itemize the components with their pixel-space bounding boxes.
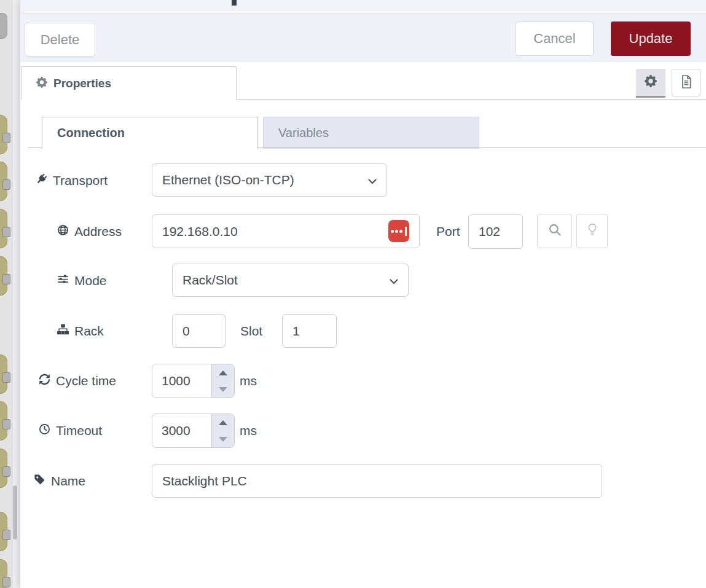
flow-node[interactable]	[0, 512, 7, 551]
sliders-icon	[57, 273, 69, 288]
tab-strip-line	[28, 147, 42, 148]
transport-selected-value: Ethernet (ISO-on-TCP)	[162, 173, 294, 187]
rack-input[interactable]	[172, 314, 226, 348]
spin-down-button[interactable]	[212, 431, 234, 447]
flow-node[interactable]	[0, 449, 7, 488]
gear-icon	[645, 75, 657, 90]
clipped-title-fragment	[232, 0, 237, 6]
timeout-label: Timeout	[39, 414, 102, 447]
spin-up-button[interactable]	[212, 414, 234, 431]
name-input[interactable]	[152, 464, 602, 498]
chevron-down-icon	[390, 273, 398, 288]
tray-toolbar: Delete Cancel Update	[20, 14, 706, 62]
screen: Delete Cancel Update Properties	[0, 0, 706, 588]
slot-label: Slot	[240, 314, 262, 348]
node-port	[2, 577, 10, 587]
cycle-time-spinner	[152, 364, 235, 398]
tab-strip-line	[258, 147, 706, 148]
sitemap-icon	[57, 324, 69, 339]
node-port	[2, 419, 10, 429]
cycle-time-label: Cycle time	[39, 364, 116, 398]
vertical-scrollbar[interactable]	[13, 485, 17, 539]
mode-select[interactable]: Rack/Slot	[172, 264, 409, 297]
delete-button[interactable]: Delete	[25, 23, 95, 57]
node-port	[2, 274, 10, 284]
node-port	[2, 179, 10, 190]
tab-properties[interactable]: Properties	[21, 66, 237, 100]
spinner-controls	[211, 414, 234, 447]
port-input[interactable]	[468, 214, 523, 249]
rack-label: Rack	[57, 314, 104, 348]
spin-up-button[interactable]	[212, 364, 234, 381]
flow-node[interactable]	[0, 355, 7, 394]
spinner-controls	[211, 364, 234, 398]
address-label: Address	[57, 214, 122, 248]
transport-select[interactable]: Ethernet (ISO-on-TCP)	[152, 163, 387, 197]
flow-node[interactable]	[0, 162, 7, 201]
tag-icon	[34, 474, 45, 488]
edit-properties-button[interactable]	[636, 69, 665, 98]
caret-down-icon	[219, 437, 227, 442]
flow-node[interactable]	[0, 256, 7, 296]
globe-icon	[57, 224, 69, 239]
caret-up-icon	[219, 370, 227, 375]
node-port	[2, 372, 10, 383]
clock-icon	[39, 423, 50, 438]
refresh-icon	[39, 374, 50, 388]
port-label: Port	[436, 214, 460, 248]
name-label: Name	[34, 464, 85, 498]
cycle-time-input[interactable]	[152, 364, 211, 398]
scan-network-button[interactable]	[537, 214, 572, 248]
gear-icon	[36, 77, 47, 90]
tab-connection[interactable]: Connection	[42, 117, 258, 149]
address-input[interactable]	[152, 214, 420, 248]
transport-label: Transport	[36, 163, 108, 197]
mode-selected-value: Rack/Slot	[182, 273, 238, 288]
node-port	[2, 530, 10, 540]
password-autofill-icon[interactable]	[388, 220, 409, 242]
flow-node[interactable]	[0, 115, 7, 154]
flow-node[interactable]	[0, 559, 7, 588]
flow-node[interactable]	[0, 401, 7, 441]
tab-variables[interactable]: Variables	[263, 117, 479, 149]
lightbulb-icon	[587, 223, 598, 239]
cycle-time-unit: ms	[240, 364, 257, 398]
edit-node-dialog: Delete Cancel Update Properties	[20, 0, 706, 588]
chevron-down-icon	[368, 173, 377, 187]
caret-up-icon	[219, 420, 227, 425]
node-port	[2, 133, 10, 143]
node-port	[2, 466, 10, 477]
timeout-input[interactable]	[152, 414, 211, 447]
slot-input[interactable]	[282, 314, 337, 348]
timeout-spinner	[152, 414, 235, 448]
flow-node[interactable]	[0, 209, 7, 248]
node-description-button[interactable]	[672, 69, 700, 96]
flow-node[interactable]	[0, 13, 7, 39]
caret-down-icon	[219, 387, 227, 392]
properties-tab-label: Properties	[53, 77, 111, 90]
plug-icon	[36, 173, 47, 188]
test-connection-button[interactable]	[576, 214, 608, 248]
node-port	[2, 227, 10, 237]
mode-label: Mode	[57, 264, 107, 297]
update-button[interactable]: Update	[611, 22, 691, 56]
tray-header	[20, 0, 706, 14]
properties-tab-strip-line	[237, 99, 706, 100]
node-red-workspace	[0, 0, 20, 588]
cancel-button[interactable]: Cancel	[516, 22, 594, 56]
search-icon	[548, 223, 562, 239]
spin-down-button[interactable]	[212, 381, 234, 398]
timeout-unit: ms	[240, 414, 257, 447]
document-icon	[680, 74, 693, 92]
